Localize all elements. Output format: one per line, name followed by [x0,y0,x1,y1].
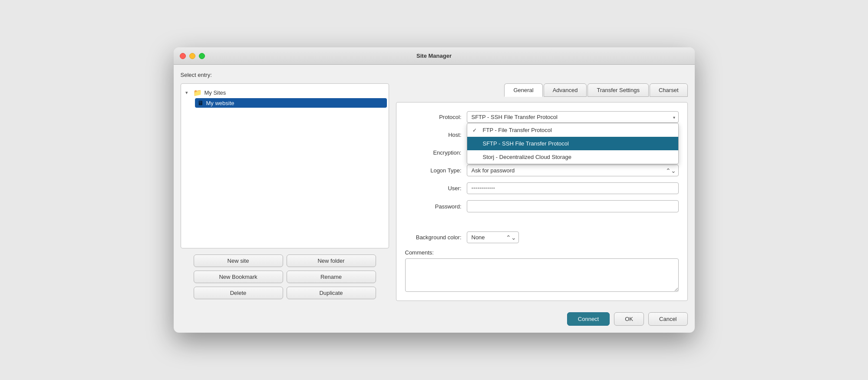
logon-type-label: Logon Type: [405,167,462,174]
protocol-label: Protocol: [405,114,462,120]
left-panel: ▾ 📁 My Sites 🖥 My website New site New f… [181,83,389,301]
title-bar: Site Manager [174,47,695,65]
logon-type-row: Logon Type: Ask for password Anonymous N… [405,165,679,176]
background-color-select[interactable]: None Red Green Blue Yellow Cyan Magenta [467,231,519,243]
tab-advanced[interactable]: Advanced [544,83,587,97]
ok-button[interactable]: OK [614,312,644,326]
select-entry-label: Select entry: [181,72,688,78]
user-input[interactable] [467,182,679,194]
comments-label: Comments: [405,249,679,256]
protocol-row: Protocol: SFTP - SSH File Transfer Proto… [405,111,679,123]
comments-block: Comments: [405,249,679,292]
password-label: Password: [405,203,462,210]
protocol-dropdown-container: SFTP - SSH File Transfer Protocol ▾ ✓ FT… [467,111,679,123]
protocol-option-storj[interactable]: Storj - Decentralized Cloud Storage [467,150,678,164]
maximize-button[interactable] [199,53,205,59]
protocol-option-sftp-label: SFTP - SSH File Transfer Protocol [483,140,569,147]
protocol-option-ftp[interactable]: ✓ FTP - File Transfer Protocol [467,123,678,137]
minimize-button[interactable] [189,53,195,59]
action-buttons: New site New folder New Bookmark Rename … [181,253,389,301]
encryption-label: Encryption: [405,149,462,156]
right-panel: General Advanced Transfer Settings Chars… [396,83,688,301]
protocol-option-sftp[interactable]: SFTP - SSH File Transfer Protocol [467,137,678,150]
close-button[interactable] [180,53,186,59]
logon-type-select[interactable]: Ask for password Anonymous Normal Intera… [467,165,679,176]
cancel-button[interactable]: Cancel [648,312,687,326]
background-color-row: Background color: None Red Green Blue Ye… [405,231,679,243]
new-folder-button[interactable]: New folder [287,254,376,267]
password-input[interactable] [467,200,679,212]
site-manager-window: Site Manager Select entry: ▾ 📁 My Sites … [174,47,695,333]
separator [405,218,679,225]
protocol-dropdown-menu: ✓ FTP - File Transfer Protocol SFTP - SS… [467,123,679,164]
new-bookmark-button[interactable]: New Bookmark [194,271,283,283]
rename-button[interactable]: Rename [287,271,376,283]
folder-arrow: ▾ [185,90,191,96]
window-title: Site Manager [416,53,452,59]
protocol-dropdown-trigger[interactable]: SFTP - SSH File Transfer Protocol ▾ [467,111,679,123]
folder-label: My Sites [205,89,226,96]
folder-icon: 📁 [193,89,202,97]
window-body: Select entry: ▾ 📁 My Sites 🖥 My website [174,65,695,308]
duplicate-button[interactable]: Duplicate [287,287,376,299]
footer: Connect OK Cancel [174,308,695,333]
dropdown-arrow-icon: ▾ [673,115,675,119]
site-item-label: My website [206,100,234,106]
user-row: User: [405,182,679,194]
tab-general[interactable]: General [504,83,542,97]
background-color-label: Background color: [405,234,462,241]
main-content: ▾ 📁 My Sites 🖥 My website New site New f… [181,83,688,301]
traffic-lights [180,53,205,59]
delete-button[interactable]: Delete [194,287,283,299]
password-row: Password: [405,200,679,212]
logon-type-select-wrapper: Ask for password Anonymous Normal Intera… [467,165,679,176]
checkmark-icon: ✓ [472,127,479,133]
connect-button[interactable]: Connect [567,312,610,326]
site-item-my-website[interactable]: 🖥 My website [195,98,387,108]
site-icon: 🖥 [198,99,204,106]
tree-view: ▾ 📁 My Sites 🖥 My website [181,83,389,248]
new-site-button[interactable]: New site [194,254,283,267]
folder-my-sites[interactable]: ▾ 📁 My Sites [183,87,387,98]
tab-transfer-settings[interactable]: Transfer Settings [587,83,649,97]
protocol-option-storj-label: Storj - Decentralized Cloud Storage [483,154,572,160]
host-label: Host: [405,132,462,138]
form-panel: Protocol: SFTP - SSH File Transfer Proto… [396,102,688,301]
comments-textarea[interactable] [405,258,679,292]
tabs: General Advanced Transfer Settings Chars… [396,83,688,97]
tab-charset[interactable]: Charset [650,83,688,97]
user-label: User: [405,185,462,192]
protocol-option-ftp-label: FTP - File Transfer Protocol [483,127,552,133]
bg-select-wrapper: None Red Green Blue Yellow Cyan Magenta … [467,231,519,243]
protocol-selected-value: SFTP - SSH File Transfer Protocol [472,114,558,120]
